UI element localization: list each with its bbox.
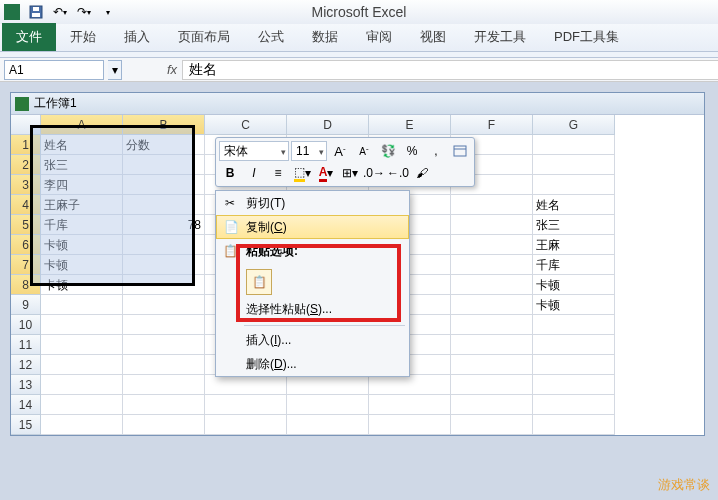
cell-G5[interactable]: 张三	[533, 215, 615, 235]
accounting-button[interactable]: 💱	[377, 141, 399, 161]
font-combo[interactable]: 宋体	[219, 141, 289, 161]
font-color-button[interactable]: A▾	[315, 163, 337, 183]
cell-D15[interactable]	[287, 415, 369, 435]
cell-B5[interactable]: 78	[123, 215, 205, 235]
cell-G15[interactable]	[533, 415, 615, 435]
menu-delete[interactable]: 删除(D)...	[216, 352, 409, 376]
row-header-3[interactable]: 3	[11, 175, 41, 195]
cell-A6[interactable]: 卡顿	[41, 235, 123, 255]
cell-G6[interactable]: 王麻	[533, 235, 615, 255]
cell-A15[interactable]	[41, 415, 123, 435]
name-box[interactable]: A1	[4, 60, 104, 80]
row-header-2[interactable]: 2	[11, 155, 41, 175]
cell-D13[interactable]	[287, 375, 369, 395]
cell-A4[interactable]: 王麻子	[41, 195, 123, 215]
cell-B4[interactable]	[123, 195, 205, 215]
col-header-B[interactable]: B	[123, 115, 205, 135]
row-header-10[interactable]: 10	[11, 315, 41, 335]
cell-B1[interactable]: 分数	[123, 135, 205, 155]
menu-insert[interactable]: 插入(I)...	[216, 328, 409, 352]
cell-B14[interactable]	[123, 395, 205, 415]
tab-home[interactable]: 开始	[56, 23, 110, 51]
cell-B13[interactable]	[123, 375, 205, 395]
cell-G11[interactable]	[533, 335, 615, 355]
col-header-G[interactable]: G	[533, 115, 615, 135]
col-header-A[interactable]: A	[41, 115, 123, 135]
tab-dev[interactable]: 开发工具	[460, 23, 540, 51]
tab-formulas[interactable]: 公式	[244, 23, 298, 51]
cell-C13[interactable]	[205, 375, 287, 395]
cell-F10[interactable]	[451, 315, 533, 335]
cell-E14[interactable]	[369, 395, 451, 415]
cell-A7[interactable]: 卡顿	[41, 255, 123, 275]
row-header-12[interactable]: 12	[11, 355, 41, 375]
cell-C14[interactable]	[205, 395, 287, 415]
cell-F5[interactable]	[451, 215, 533, 235]
cell-E15[interactable]	[369, 415, 451, 435]
borders-button[interactable]: ⊞▾	[339, 163, 361, 183]
cell-A13[interactable]	[41, 375, 123, 395]
cell-F14[interactable]	[451, 395, 533, 415]
cell-A9[interactable]	[41, 295, 123, 315]
fill-color-button[interactable]: ⬚▾	[291, 163, 313, 183]
cell-F9[interactable]	[451, 295, 533, 315]
cell-F12[interactable]	[451, 355, 533, 375]
cell-E13[interactable]	[369, 375, 451, 395]
cell-B2[interactable]	[123, 155, 205, 175]
cell-B9[interactable]	[123, 295, 205, 315]
cell-F8[interactable]	[451, 275, 533, 295]
cell-G9[interactable]: 卡顿	[533, 295, 615, 315]
cell-B12[interactable]	[123, 355, 205, 375]
cell-G12[interactable]	[533, 355, 615, 375]
cell-A2[interactable]: 张三	[41, 155, 123, 175]
col-header-D[interactable]: D	[287, 115, 369, 135]
tab-insert[interactable]: 插入	[110, 23, 164, 51]
row-header-13[interactable]: 13	[11, 375, 41, 395]
italic-button[interactable]: I	[243, 163, 265, 183]
fx-label[interactable]: fx	[162, 62, 182, 77]
tab-data[interactable]: 数据	[298, 23, 352, 51]
cell-G3[interactable]	[533, 175, 615, 195]
format-cells-button[interactable]	[449, 141, 471, 161]
row-header-14[interactable]: 14	[11, 395, 41, 415]
cell-B8[interactable]	[123, 275, 205, 295]
cell-D14[interactable]	[287, 395, 369, 415]
row-header-1[interactable]: 1	[11, 135, 41, 155]
tab-layout[interactable]: 页面布局	[164, 23, 244, 51]
cell-A3[interactable]: 李四	[41, 175, 123, 195]
row-header-4[interactable]: 4	[11, 195, 41, 215]
col-header-E[interactable]: E	[369, 115, 451, 135]
cell-B6[interactable]	[123, 235, 205, 255]
menu-cut[interactable]: ✂ 剪切(T)	[216, 191, 409, 215]
cell-G4[interactable]: 姓名	[533, 195, 615, 215]
cell-G8[interactable]: 卡顿	[533, 275, 615, 295]
shrink-font-button[interactable]: Aˇ	[353, 141, 375, 161]
name-box-dropdown[interactable]: ▾	[108, 60, 122, 80]
cell-F11[interactable]	[451, 335, 533, 355]
row-header-9[interactable]: 9	[11, 295, 41, 315]
cell-B10[interactable]	[123, 315, 205, 335]
col-header-C[interactable]: C	[205, 115, 287, 135]
redo-button[interactable]: ↷▾	[73, 2, 95, 22]
cell-A10[interactable]	[41, 315, 123, 335]
decrease-decimal-button[interactable]: ←.0	[387, 163, 409, 183]
tab-file[interactable]: 文件	[2, 23, 56, 51]
row-header-11[interactable]: 11	[11, 335, 41, 355]
comma-button[interactable]: ,	[425, 141, 447, 161]
cell-B11[interactable]	[123, 335, 205, 355]
tab-review[interactable]: 审阅	[352, 23, 406, 51]
cell-A11[interactable]	[41, 335, 123, 355]
align-center-button[interactable]: ≡	[267, 163, 289, 183]
menu-copy[interactable]: 📄 复制(C)	[216, 215, 409, 239]
size-combo[interactable]: 11	[291, 141, 327, 161]
format-painter-button[interactable]: 🖌	[411, 163, 433, 183]
row-header-6[interactable]: 6	[11, 235, 41, 255]
cell-A1[interactable]: 姓名	[41, 135, 123, 155]
cell-G1[interactable]	[533, 135, 615, 155]
cell-F7[interactable]	[451, 255, 533, 275]
col-header-F[interactable]: F	[451, 115, 533, 135]
cell-F13[interactable]	[451, 375, 533, 395]
cell-C15[interactable]	[205, 415, 287, 435]
percent-button[interactable]: %	[401, 141, 423, 161]
tab-pdf[interactable]: PDF工具集	[540, 23, 633, 51]
